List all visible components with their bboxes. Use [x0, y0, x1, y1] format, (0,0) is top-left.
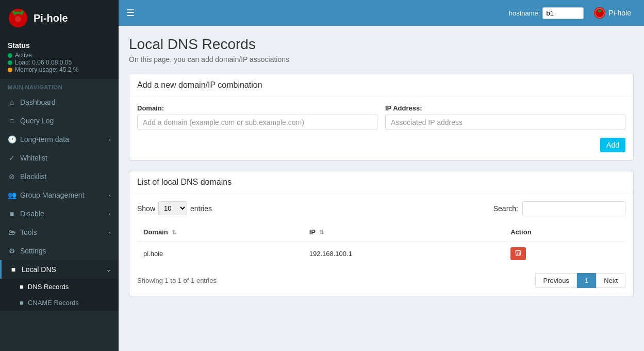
query-log-icon: ≡ [8, 117, 16, 125]
search-area: Search: [493, 201, 625, 215]
table-card-body: Show 10 25 50 100 entries Search: [129, 194, 633, 296]
sidebar: Pi-hole Status Active Load: 0.06 0.08 0.… [0, 0, 119, 351]
sidebar-item-whitelist[interactable]: ✓ Whitelist [0, 149, 119, 167]
dns-table: Domain ⇅ IP ⇅ Action pi.hole 192.168.10 [137, 223, 625, 265]
memory-status: Memory usage: 45.2 % [8, 66, 111, 73]
chevron-icon: ‹ [109, 211, 111, 217]
pihole-logo [8, 8, 28, 28]
sidebar-item-cname-records[interactable]: ■ CNAME Records [0, 295, 119, 311]
nav-section-label: MAIN NAVIGATION [0, 79, 119, 93]
memory-dot [8, 68, 12, 72]
add-btn-row: Add [137, 138, 625, 152]
column-action: Action [504, 223, 625, 242]
sidebar-item-dashboard[interactable]: ⌂ Dashboard [0, 93, 119, 111]
sidebar-item-query-log[interactable]: ≡ Query Log [0, 111, 119, 130]
user-label: Pi-hole [608, 9, 631, 17]
page-title: Local DNS Records [129, 36, 634, 53]
sidebar-item-dns-records[interactable]: ■ DNS Records [0, 279, 119, 295]
sidebar-header: Pi-hole [0, 0, 119, 36]
delete-button[interactable] [510, 247, 526, 260]
sidebar-item-disable[interactable]: ■ Disable ‹ [0, 204, 119, 223]
table-footer: Showing 1 to 1 of 1 entries Previous 1 N… [137, 273, 625, 288]
ip-label: IP Address: [385, 104, 625, 112]
active-dot [8, 53, 12, 58]
active-status: Active [8, 52, 111, 59]
sidebar-item-tools[interactable]: 🗁 Tools ‹ [0, 223, 119, 242]
user-menu-button[interactable]: Pi-hole [589, 5, 636, 21]
cell-domain: pi.hole [137, 242, 303, 265]
column-ip: IP ⇅ [303, 223, 504, 242]
sidebar-item-local-dns[interactable]: ■ Local DNS ⌄ [0, 260, 119, 279]
settings-icon: ⚙ [8, 247, 16, 255]
chevron-down-icon: ⌄ [106, 266, 111, 273]
add-form-card: Add a new domain/IP combination Domain: … [129, 74, 634, 161]
long-term-icon: 🕐 [8, 135, 16, 143]
chevron-icon: ‹ [109, 192, 111, 198]
dashboard-icon: ⌂ [8, 98, 16, 106]
app-title: Pi-hole [34, 12, 68, 24]
page-1-button[interactable]: 1 [577, 273, 596, 288]
hamburger-button[interactable]: ☰ [126, 7, 135, 19]
sidebar-item-settings[interactable]: ⚙ Settings [0, 242, 119, 260]
domain-label: Domain: [137, 104, 377, 112]
add-form-row: Domain: IP Address: [137, 104, 625, 130]
whitelist-icon: ✓ [8, 154, 16, 162]
sidebar-item-blacklist[interactable]: ⊘ Blacklist [0, 167, 119, 186]
add-form-card-body: Domain: IP Address: Add [129, 97, 633, 160]
topbar: ☰ hostname: Pi-hole [119, 0, 644, 26]
group-icon: 👥 [8, 191, 16, 199]
table-header-row: Domain ⇅ IP ⇅ Action [137, 223, 625, 242]
page-subtitle: On this page, you can add domain/IP asso… [129, 55, 634, 63]
sidebar-item-group-management[interactable]: 👥 Group Management ‹ [0, 186, 119, 204]
add-button[interactable]: Add [600, 138, 625, 152]
main-area: ☰ hostname: Pi-hole Local DNS Records On… [119, 0, 644, 351]
previous-button[interactable]: Previous [535, 273, 577, 288]
table-card-header: List of local DNS domains [129, 171, 633, 194]
table-head: Domain ⇅ IP ⇅ Action [137, 223, 625, 242]
status-title: Status [8, 41, 111, 50]
content: Local DNS Records On this page, you can … [119, 26, 644, 351]
pihole-favicon [594, 7, 605, 19]
table-card: List of local DNS domains Show 10 25 50 … [129, 171, 634, 296]
search-label: Search: [493, 204, 518, 213]
chevron-icon: ‹ [109, 136, 111, 142]
dns-records-icon: ■ [20, 283, 24, 291]
chevron-icon: ‹ [109, 229, 111, 235]
show-entries: Show 10 25 50 100 entries [137, 201, 212, 215]
search-input[interactable] [522, 201, 625, 215]
local-dns-icon: ■ [9, 265, 18, 274]
ip-form-group: IP Address: [385, 104, 625, 130]
sort-ip-icon[interactable]: ⇅ [319, 229, 324, 235]
table-body: pi.hole 192.168.100.1 [137, 242, 625, 265]
load-status: Load: 0.06 0.08 0.05 [8, 59, 111, 66]
disable-icon: ■ [8, 210, 16, 218]
column-domain: Domain ⇅ [137, 223, 303, 242]
status-box: Status Active Load: 0.06 0.08 0.05 Memor… [0, 36, 119, 79]
table-row: pi.hole 192.168.100.1 [137, 242, 625, 265]
hostname-input[interactable] [542, 7, 584, 19]
svg-point-5 [15, 16, 21, 22]
cell-action [504, 242, 625, 265]
blacklist-icon: ⊘ [8, 172, 16, 181]
load-dot [8, 60, 12, 65]
show-entries-select[interactable]: 10 25 50 100 [158, 201, 187, 215]
add-form-card-header: Add a new domain/IP combination [129, 74, 633, 97]
pagination: Previous 1 Next [535, 273, 625, 288]
ip-input[interactable] [385, 115, 625, 130]
domain-form-group: Domain: [137, 104, 377, 130]
cell-ip: 192.168.100.1 [303, 242, 504, 265]
table-controls: Show 10 25 50 100 entries Search: [137, 201, 625, 215]
sort-domain-icon[interactable]: ⇅ [172, 229, 176, 235]
domain-input[interactable] [137, 115, 377, 130]
showing-text: Showing 1 to 1 of 1 entries [137, 277, 217, 284]
sidebar-item-long-term-data[interactable]: 🕐 Long-term data ‹ [0, 130, 119, 149]
cname-records-icon: ■ [20, 299, 24, 307]
next-button[interactable]: Next [596, 273, 625, 288]
tools-icon: 🗁 [8, 228, 16, 236]
hostname-label: hostname: [509, 9, 540, 17]
